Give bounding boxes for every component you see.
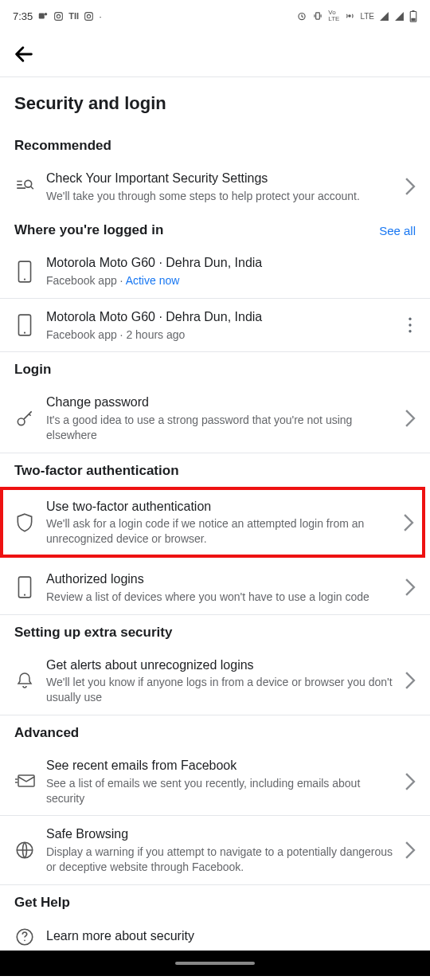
svg-point-5 — [87, 14, 90, 18]
item-sub: Display a warning if you attempt to navi… — [46, 845, 393, 875]
section-header-get-help: Get Help — [0, 885, 430, 917]
item-title: Get alerts about unrecognized logins — [46, 657, 393, 674]
svg-rect-11 — [411, 18, 415, 21]
svg-point-20 — [18, 418, 25, 425]
back-button[interactable] — [13, 43, 35, 65]
svg-rect-4 — [85, 12, 93, 20]
hotspot-icon — [344, 10, 355, 22]
dot-icon: · — [99, 10, 102, 22]
chevron-right-icon — [405, 178, 416, 195]
item-safe-browsing[interactable]: Safe Browsing Display a warning if you a… — [0, 816, 430, 884]
chevron-right-icon — [405, 773, 416, 790]
device-title: Motorola Moto G60 · Dehra Dun, India — [46, 308, 393, 326]
device-title: Motorola Moto G60 · Dehra Dun, India — [46, 254, 416, 272]
signal-icon-2 — [394, 11, 405, 22]
status-left: 7:35 TII · — [13, 10, 102, 22]
svg-point-18 — [408, 324, 411, 327]
svg-point-12 — [25, 181, 32, 188]
section-header-2fa: Two-factor authentication — [0, 453, 430, 485]
status-right: VoLTE LTE — [296, 10, 417, 22]
help-icon — [14, 927, 35, 947]
section-header-login: Login — [0, 352, 430, 384]
item-learn-more[interactable]: Learn more about security — [0, 917, 430, 951]
item-sub: See a list of emails we sent you recentl… — [46, 776, 393, 806]
item-title: Authorized logins — [46, 570, 393, 588]
page-title: Security and login — [0, 77, 430, 128]
chevron-right-icon — [403, 514, 414, 531]
svg-point-17 — [408, 318, 411, 320]
item-title: Safe Browsing — [46, 825, 393, 843]
svg-point-16 — [24, 332, 25, 334]
device-item-1[interactable]: Motorola Moto G60 · Dehra Dun, India Fac… — [0, 299, 430, 352]
section-title: Where you're logged in — [14, 222, 163, 238]
see-all-link[interactable]: See all — [379, 224, 416, 237]
item-authorized-logins[interactable]: Authorized logins Review a list of devic… — [0, 561, 430, 614]
svg-point-1 — [45, 13, 48, 15]
device-sub: Facebook app · 2 hours ago — [46, 327, 393, 343]
svg-rect-2 — [55, 12, 63, 20]
alarm-icon — [296, 10, 307, 22]
section-header-logged-in: Where you're logged in See all — [0, 213, 430, 245]
svg-point-3 — [57, 14, 61, 18]
android-nav-bar — [0, 951, 430, 976]
svg-rect-7 — [316, 13, 320, 19]
item-sub: It's a good idea to use a strong passwor… — [46, 413, 393, 443]
chevron-right-icon — [405, 410, 416, 427]
svg-point-22 — [24, 594, 25, 596]
item-recent-emails[interactable]: See recent emails from Facebook See a li… — [0, 747, 430, 816]
svg-rect-23 — [18, 775, 34, 786]
bell-icon — [14, 670, 35, 691]
globe-icon — [14, 840, 35, 860]
chevron-right-icon — [405, 672, 416, 689]
item-title: Learn more about security — [46, 927, 416, 945]
item-sub: We'll take you through some steps to hel… — [46, 189, 393, 204]
svg-point-19 — [408, 330, 411, 332]
phone-icon — [14, 577, 35, 598]
item-use-2fa[interactable]: Use two-factor authentication We'll ask … — [3, 490, 422, 555]
status-bar: 7:35 TII · VoLTE LTE — [0, 0, 430, 32]
teams-icon — [37, 10, 49, 22]
item-title: See recent emails from Facebook — [46, 757, 393, 774]
volte-icon: VoLTE — [328, 10, 339, 22]
svg-rect-0 — [39, 14, 45, 19]
phone-icon — [14, 315, 35, 335]
chevron-right-icon — [405, 841, 416, 859]
device-sub: Facebook app · Active now — [46, 273, 416, 288]
lte-label: LTE — [360, 12, 374, 21]
item-sub: We'll let you know if anyone logs in fro… — [46, 675, 393, 705]
item-title: Change password — [46, 394, 393, 411]
instagram-icon — [53, 11, 64, 22]
section-header-extra-security: Setting up extra security — [0, 615, 430, 647]
mail-icon — [14, 771, 35, 792]
item-sub: Review a list of devices where you won't… — [46, 590, 393, 605]
svg-point-26 — [24, 939, 25, 941]
instagram-icon-2 — [84, 11, 94, 22]
item-change-password[interactable]: Change password It's a good idea to use … — [0, 384, 430, 453]
svg-point-14 — [24, 278, 25, 280]
svg-rect-10 — [412, 10, 415, 12]
item-title: Check Your Important Security Settings — [46, 170, 393, 187]
text-icon: TII — [68, 11, 79, 21]
item-check-security-settings[interactable]: Check Your Important Security Settings W… — [0, 160, 430, 213]
item-alerts[interactable]: Get alerts about unrecognized logins We'… — [0, 647, 430, 715]
signal-icon — [379, 11, 389, 22]
search-list-icon — [14, 176, 35, 197]
app-bar — [0, 32, 430, 76]
section-header-advanced: Advanced — [0, 715, 430, 747]
vibrate-icon — [312, 10, 323, 22]
nav-pill[interactable] — [175, 962, 255, 965]
chevron-right-icon — [405, 578, 416, 596]
shield-icon — [14, 512, 35, 533]
item-sub: We'll ask for a login code if we notice … — [46, 516, 392, 547]
svg-point-8 — [349, 14, 352, 18]
battery-icon — [409, 10, 417, 22]
status-time: 7:35 — [13, 10, 33, 22]
section-header-recommended: Recommended — [0, 128, 430, 160]
key-icon — [14, 408, 35, 429]
highlight-2fa: Use two-factor authentication We'll ask … — [0, 487, 425, 558]
item-title: Use two-factor authentication — [46, 498, 392, 515]
more-options-button[interactable] — [405, 314, 416, 336]
phone-icon — [14, 261, 35, 282]
device-item-0[interactable]: Motorola Moto G60 · Dehra Dun, India Fac… — [0, 245, 430, 298]
